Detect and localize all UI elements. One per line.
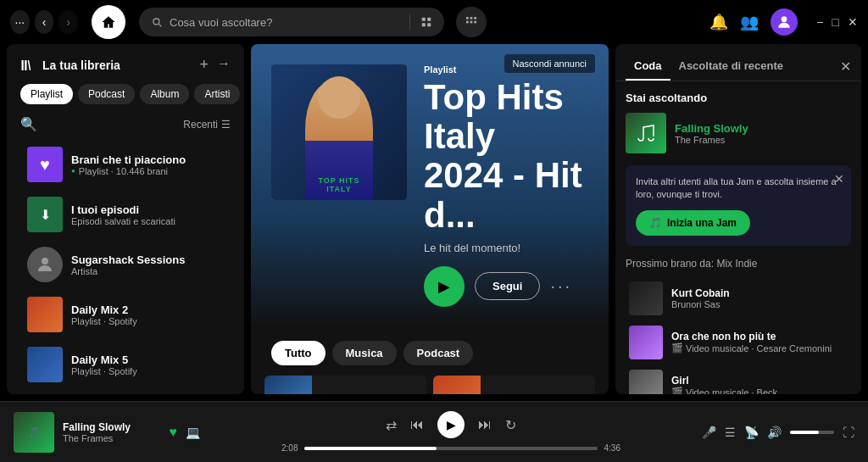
tab-coda[interactable]: Coda bbox=[626, 53, 670, 81]
maximize-button[interactable]: □ bbox=[832, 15, 839, 29]
filter-podcast[interactable]: Podcast bbox=[78, 84, 135, 104]
filter-album[interactable]: Album bbox=[140, 84, 189, 104]
sidebar-sub-episodi: Episodi salvati e scaricati bbox=[71, 216, 224, 226]
more-button[interactable]: ··· bbox=[550, 276, 572, 296]
right-panel: Coda Ascoltate di recente ✕ Stai ascolta… bbox=[615, 44, 861, 394]
play-button[interactable]: ▶ bbox=[424, 266, 465, 307]
jam-close-button[interactable]: ✕ bbox=[834, 172, 844, 186]
sidebar-info-dm5: Daily Mix 5 Playlist · Spotify bbox=[71, 353, 224, 376]
video-icon-2: 🎬 bbox=[671, 387, 683, 394]
queue-title-kc: Kurt Cobain bbox=[671, 287, 848, 299]
sidebar-header-icons: + → bbox=[199, 56, 231, 74]
prev-button[interactable]: ⏮ bbox=[410, 417, 424, 432]
search-bar[interactable] bbox=[139, 8, 444, 36]
sidebar-item-dm4[interactable]: Daily Mix 4 Playlist · Spotify bbox=[14, 390, 237, 394]
sidebar-filters: Playlist Podcast Album Artisti bbox=[7, 81, 244, 113]
device-picker[interactable]: 📡 bbox=[744, 426, 759, 439]
sidebar-info-sugarshack: Sugarshack Sessions Artista bbox=[71, 253, 224, 276]
sidebar-item-sugarshack[interactable]: Sugarshack Sessions Artista bbox=[14, 240, 237, 289]
svg-rect-12 bbox=[25, 60, 26, 70]
progress-row: 2:08 4:36 bbox=[281, 443, 620, 453]
lyrics-button[interactable]: 🎤 bbox=[702, 426, 716, 439]
home-button[interactable] bbox=[92, 5, 125, 39]
queue-info-girl: Girl 🎬 Video musicale · Beck bbox=[671, 375, 848, 394]
avatar-icon bbox=[776, 14, 793, 31]
grid-item-rr[interactable]: Release Radar bbox=[264, 376, 426, 394]
expand-library-button[interactable]: → bbox=[217, 56, 231, 74]
sidebar-item-dm2[interactable]: Daily Mix 2 Playlist · Spotify bbox=[14, 290, 237, 339]
close-button[interactable]: ✕ bbox=[848, 15, 858, 29]
progress-bar[interactable] bbox=[304, 447, 597, 450]
dot-green-icon: ● bbox=[71, 167, 75, 175]
minimize-button[interactable]: − bbox=[816, 15, 823, 29]
tab-recent[interactable]: Ascoltate di recente bbox=[670, 53, 793, 81]
topbar-right: 🔔 👥 − □ ✕ bbox=[709, 8, 858, 36]
queue-thumb-girl bbox=[629, 370, 663, 394]
avatar[interactable] bbox=[771, 8, 798, 36]
artist-icon bbox=[35, 254, 55, 275]
filter-artisti[interactable]: Artisti bbox=[194, 84, 240, 104]
playlist-hero: TOP HITSITALY Playlist Top Hits Italy202… bbox=[251, 44, 609, 327]
sidebar-header: La tua libreria + → bbox=[7, 44, 244, 81]
device-icon[interactable]: 💻 bbox=[186, 426, 200, 439]
now-playing-card[interactable]: Falling Slowly The Frames bbox=[626, 113, 851, 153]
sidebar-thumb-brani: ♥ bbox=[27, 147, 63, 182]
sidebar-search-icon[interactable]: 🔍 bbox=[20, 116, 37, 132]
tab-musica[interactable]: Musica bbox=[332, 341, 397, 365]
grid-item-dm2[interactable]: Daily Mix 2 bbox=[433, 376, 595, 394]
notification-icon[interactable]: 🔔 bbox=[709, 13, 728, 31]
np-song-title: Falling Slowly bbox=[675, 122, 851, 135]
time-current: 2:08 bbox=[281, 443, 298, 453]
progress-fill bbox=[304, 447, 436, 450]
svg-rect-2 bbox=[422, 23, 426, 26]
recenti-sort[interactable]: Recenti ☰ bbox=[183, 119, 231, 131]
np-artist-bottom: The Frames bbox=[63, 433, 161, 443]
playlist-grid: Release Radar Daily Mix 2 Daily Mix 4 Ho… bbox=[251, 376, 609, 394]
sidebar-sub-sugarshack: Artista bbox=[71, 266, 224, 276]
sidebar-name-dm5: Daily Mix 5 bbox=[71, 353, 224, 366]
svg-rect-13 bbox=[28, 59, 31, 70]
volume-bar[interactable] bbox=[790, 431, 834, 434]
volume-icon[interactable]: 🔊 bbox=[767, 426, 782, 439]
sidebar-item-dm5[interactable]: Daily Mix 5 Playlist · Spotify bbox=[14, 340, 237, 389]
bottom-bar: 🎵 Falling Slowly The Frames ♥ 💻 ⇄ ⏮ ▶ ⏭ … bbox=[0, 401, 868, 462]
browse-button[interactable] bbox=[456, 7, 487, 37]
back-button[interactable]: ‹ bbox=[35, 10, 54, 34]
add-library-button[interactable]: + bbox=[199, 56, 209, 74]
right-panel-close[interactable]: ✕ bbox=[840, 58, 851, 75]
queue-item-ora[interactable]: Ora che non ho più te 🎬 Video musicale ·… bbox=[626, 320, 851, 365]
search-input[interactable] bbox=[170, 16, 399, 29]
sidebar-name-dm2: Daily Mix 2 bbox=[71, 303, 224, 316]
tab-podcast[interactable]: Podcast bbox=[403, 341, 474, 365]
playlist-title-text: Top Hits Italy2024 - Hit d... bbox=[424, 77, 582, 235]
shuffle-button[interactable]: ⇄ bbox=[386, 417, 397, 433]
playlist-title: Top Hits Italy2024 - Hit d... bbox=[424, 78, 588, 235]
fullscreen-button[interactable]: ⛶ bbox=[843, 426, 854, 439]
topbar-left: ··· ‹ › bbox=[10, 10, 78, 34]
play-pause-button[interactable]: ▶ bbox=[437, 411, 465, 438]
filter-playlist[interactable]: Playlist bbox=[20, 84, 73, 104]
follow-button[interactable]: Segui bbox=[475, 272, 540, 300]
heart-button[interactable]: ♥ bbox=[170, 425, 178, 440]
friends-icon[interactable]: 👥 bbox=[740, 13, 759, 31]
hide-ads-button[interactable]: Nascondi annunci bbox=[504, 54, 595, 73]
dots-menu-button[interactable]: ··· bbox=[10, 10, 30, 34]
svg-rect-0 bbox=[422, 18, 426, 21]
jam-btn-label: Inizia una Jam bbox=[667, 217, 737, 229]
svg-rect-9 bbox=[474, 21, 476, 24]
queue-item-kc[interactable]: Kurt Cobain Brunori Sas bbox=[626, 276, 851, 320]
tab-tutto[interactable]: Tutto bbox=[271, 341, 326, 365]
forward-button[interactable]: › bbox=[58, 10, 78, 34]
svg-rect-11 bbox=[22, 60, 24, 70]
svg-point-10 bbox=[782, 16, 787, 22]
sidebar-item-episodi[interactable]: ⬇ I tuoi episodi Episodi salvati e scari… bbox=[14, 190, 237, 239]
queue-item-girl[interactable]: Girl 🎬 Video musicale · Beck bbox=[626, 365, 851, 394]
sidebar-item-brani[interactable]: ♥ Brani che ti piacciono ● Playlist · 10… bbox=[14, 140, 237, 189]
repeat-button[interactable]: ↻ bbox=[505, 417, 516, 433]
next-label: Prossimo brano da: Mix Indie bbox=[626, 258, 851, 270]
queue-button[interactable]: ☰ bbox=[725, 426, 736, 439]
sidebar-name-sugarshack: Sugarshack Sessions bbox=[71, 253, 224, 266]
jam-start-button[interactable]: 🎵 Inizia una Jam bbox=[636, 210, 750, 236]
next-button[interactable]: ⏭ bbox=[478, 417, 492, 432]
volume-fill bbox=[790, 431, 819, 434]
